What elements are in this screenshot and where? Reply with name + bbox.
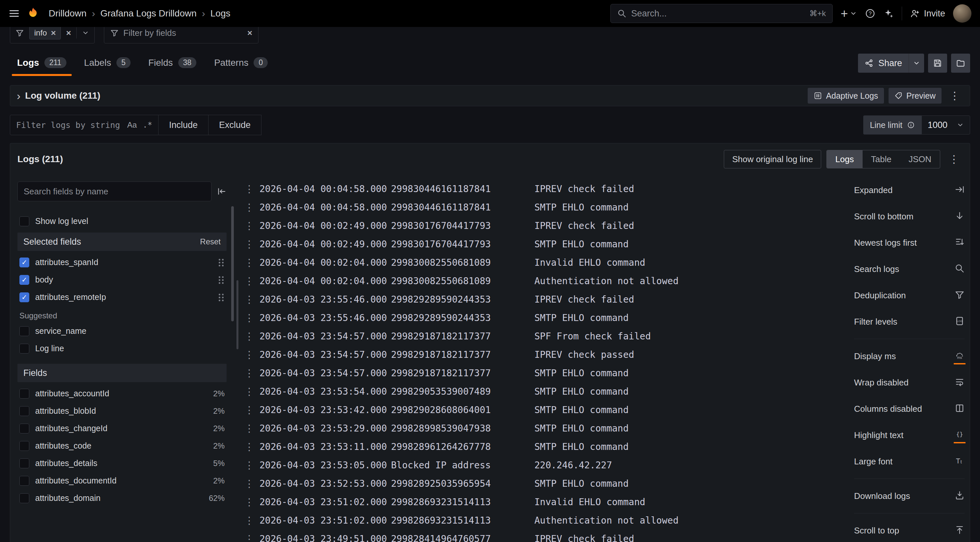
ai-sparkle-icon[interactable] bbox=[883, 8, 894, 19]
log-row[interactable]: ⋮2026-04-03 23:54:57.0002998291871821173… bbox=[244, 364, 845, 382]
expand-chevron-icon[interactable]: › bbox=[17, 90, 21, 101]
breadcrumb-item[interactable]: Grafana Logs Drilldown bbox=[100, 8, 197, 19]
drag-handle-icon[interactable] bbox=[218, 258, 224, 267]
field-attributes-changeid[interactable]: attributes_changeId2% bbox=[18, 420, 227, 437]
log-row[interactable]: ⋮2026-04-03 23:53:54.0002998290535390074… bbox=[244, 382, 845, 401]
option-columns-disabled[interactable]: Columns disabled bbox=[854, 396, 964, 422]
log-row[interactable]: ⋮2026-04-03 23:54:57.0002998291871821173… bbox=[244, 345, 845, 364]
share-menu-caret[interactable] bbox=[908, 54, 924, 73]
preview-button[interactable]: Preview bbox=[889, 88, 942, 103]
log-row-menu-icon[interactable]: ⋮ bbox=[244, 220, 259, 232]
invite-button[interactable]: Invite bbox=[910, 8, 945, 19]
log-row[interactable]: ⋮2026-04-03 23:51:02.0002998286932315141… bbox=[244, 511, 845, 529]
string-filter-box[interactable]: Aa .* bbox=[10, 115, 159, 135]
log-row[interactable]: ⋮2026-04-04 00:04:58.0002998304461611878… bbox=[244, 198, 845, 216]
global-search[interactable]: ⌘+k bbox=[610, 4, 833, 23]
adaptive-logs-button[interactable]: Adaptive Logs bbox=[808, 88, 884, 103]
field-attributes-documentid[interactable]: attributes_documentId2% bbox=[18, 472, 227, 490]
checkbox[interactable] bbox=[19, 344, 29, 354]
collapse-sidebar-icon[interactable] bbox=[217, 186, 227, 196]
log-row[interactable]: ⋮2026-04-04 00:02:49.0002998301767044177… bbox=[244, 235, 845, 253]
option-download-logs[interactable]: Download logs bbox=[854, 483, 964, 509]
checkbox[interactable] bbox=[19, 458, 29, 468]
log-row-menu-icon[interactable]: ⋮ bbox=[244, 478, 259, 490]
log-row-menu-icon[interactable]: ⋮ bbox=[244, 238, 259, 250]
checkbox[interactable] bbox=[19, 216, 29, 226]
checkbox-checked[interactable]: ✓ bbox=[19, 257, 29, 267]
option-scroll-to-top[interactable]: Scroll to top bbox=[854, 517, 964, 542]
option-highlight-text[interactable]: Highlight text{} bbox=[854, 422, 964, 448]
log-volume-title[interactable]: Log volume (211) bbox=[25, 91, 100, 101]
save-button[interactable] bbox=[928, 54, 947, 73]
log-row-menu-icon[interactable]: ⋮ bbox=[244, 515, 259, 526]
regex-toggle[interactable]: .* bbox=[143, 120, 152, 130]
checkbox[interactable] bbox=[19, 441, 29, 451]
field-attributes-code[interactable]: attributes_code2% bbox=[18, 437, 227, 455]
option-deduplication[interactable]: Deduplication bbox=[854, 282, 964, 308]
info-icon[interactable] bbox=[907, 121, 915, 129]
option-expanded[interactable]: Expanded bbox=[854, 177, 964, 203]
log-row[interactable]: ⋮2026-04-03 23:54:57.0002998291871821173… bbox=[244, 327, 845, 345]
checkbox[interactable] bbox=[19, 406, 29, 416]
option-search-logs[interactable]: Search logs bbox=[854, 256, 964, 282]
log-row[interactable]: ⋮2026-04-04 00:02:49.0002998301767044177… bbox=[244, 216, 845, 235]
breadcrumb-item[interactable]: Drilldown bbox=[49, 8, 86, 19]
checkbox[interactable] bbox=[19, 476, 29, 486]
checkbox-checked[interactable]: ✓ bbox=[19, 275, 29, 285]
selected-field-attributes-spanid[interactable]: ✓attributes_spanId bbox=[18, 254, 227, 271]
show-original-log-line-button[interactable]: Show original log line bbox=[724, 150, 821, 168]
chevron-down-icon[interactable] bbox=[82, 29, 89, 37]
checkbox[interactable] bbox=[19, 493, 29, 503]
log-row-menu-icon[interactable]: ⋮ bbox=[244, 496, 259, 508]
grafana-logo-icon[interactable] bbox=[26, 6, 40, 21]
log-row[interactable]: ⋮2026-04-04 00:04:58.0002998304461611878… bbox=[244, 180, 845, 198]
checkbox[interactable] bbox=[19, 389, 29, 399]
level-filter-chip[interactable]: info × bbox=[29, 27, 61, 40]
option-newest-logs-first[interactable]: Newest logs first bbox=[854, 230, 964, 256]
menu-icon[interactable] bbox=[8, 8, 20, 19]
include-button[interactable]: Include bbox=[159, 115, 208, 135]
folder-button[interactable] bbox=[951, 54, 970, 73]
log-row[interactable]: ⋮2026-04-03 23:55:46.0002998292895902443… bbox=[244, 308, 845, 327]
suggested-field-log-line[interactable]: Log line bbox=[18, 340, 227, 357]
drag-handle-icon[interactable] bbox=[218, 293, 224, 302]
global-search-input[interactable] bbox=[631, 8, 805, 19]
sidebar-scrollbar-thumb[interactable] bbox=[231, 206, 234, 321]
drag-handle-icon[interactable] bbox=[218, 276, 224, 284]
help-icon[interactable]: ? bbox=[865, 8, 875, 19]
log-row[interactable]: ⋮2026-04-03 23:49:51.0002998284149647605… bbox=[244, 529, 845, 542]
log-row-menu-icon[interactable]: ⋮ bbox=[244, 349, 259, 361]
line-limit-select[interactable]: 1000 bbox=[921, 116, 970, 135]
log-row-menu-icon[interactable]: ⋮ bbox=[244, 533, 259, 542]
clear-filter-icon[interactable]: × bbox=[66, 29, 71, 37]
log-row[interactable]: ⋮2026-04-03 23:53:42.0002998290286080640… bbox=[244, 401, 845, 419]
checkbox-checked[interactable]: ✓ bbox=[19, 292, 29, 302]
breadcrumb-item-current[interactable]: Logs bbox=[210, 8, 231, 19]
log-row-menu-icon[interactable]: ⋮ bbox=[244, 275, 259, 287]
log-row-menu-icon[interactable]: ⋮ bbox=[244, 312, 259, 324]
log-row[interactable]: ⋮2026-04-04 00:02:04.0002998300825506810… bbox=[244, 272, 845, 290]
log-row[interactable]: ⋮2026-04-03 23:53:05.000Blocked IP addre… bbox=[244, 456, 845, 474]
string-filter-input[interactable] bbox=[16, 120, 121, 130]
log-row-menu-icon[interactable]: ⋮ bbox=[244, 257, 259, 269]
checkbox[interactable] bbox=[19, 424, 29, 434]
field-attributes-details[interactable]: attributes_details5% bbox=[18, 455, 227, 472]
log-row[interactable]: ⋮2026-04-03 23:51:02.0002998286932315141… bbox=[244, 493, 845, 511]
panel-menu-icon[interactable]: ⋮ bbox=[946, 91, 963, 101]
field-search-input[interactable] bbox=[24, 186, 205, 197]
log-row-menu-icon[interactable]: ⋮ bbox=[244, 423, 259, 434]
clear-icon[interactable]: × bbox=[247, 29, 252, 37]
option-filter-levels[interactable]: Filter levelsLOG bbox=[854, 308, 964, 335]
option-large-font[interactable]: Large fontTt bbox=[854, 448, 964, 475]
option-wrap-disabled[interactable]: Wrap disabled bbox=[854, 369, 964, 396]
logs-panel-menu-icon[interactable]: ⋮ bbox=[945, 154, 963, 164]
selected-field-body[interactable]: ✓body bbox=[18, 271, 227, 288]
tab-fields[interactable]: Fields38 bbox=[141, 52, 204, 76]
view-mode-json[interactable]: JSON bbox=[900, 150, 940, 168]
log-row-menu-icon[interactable]: ⋮ bbox=[244, 294, 259, 305]
log-row[interactable]: ⋮2026-04-03 23:53:11.0002998289612642677… bbox=[244, 437, 845, 456]
field-search-box[interactable] bbox=[18, 181, 212, 201]
log-list-scrollbar-thumb[interactable] bbox=[237, 280, 239, 349]
level-filter-control[interactable]: info × × bbox=[10, 27, 95, 43]
exclude-button[interactable]: Exclude bbox=[208, 115, 261, 135]
